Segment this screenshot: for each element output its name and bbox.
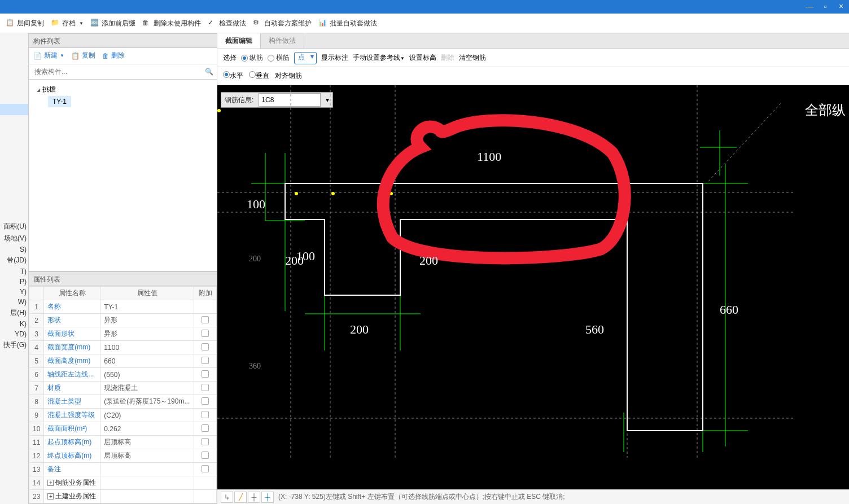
property-checkbox[interactable] bbox=[202, 316, 209, 323]
tb-layer-copy[interactable]: 📋层间复制 bbox=[6, 19, 44, 28]
archive-icon: 📁 bbox=[51, 19, 60, 28]
maximize-button[interactable]: ▫ bbox=[817, 0, 833, 14]
minimize-button[interactable]: ― bbox=[802, 0, 817, 14]
svg-point-23 bbox=[217, 109, 221, 112]
set-level-button[interactable]: 设置标高 bbox=[409, 53, 436, 63]
delete-component-button[interactable]: 🗑删除 bbox=[102, 51, 125, 60]
property-row[interactable]: 10截面面积(m²)0.262 bbox=[29, 422, 217, 436]
left-nav-strip: 面积(U)场地(V)S)带(JD)T)P)Y)W)层(H)K)YD)扶手(G) bbox=[0, 33, 28, 504]
clear-rebar-button[interactable]: 清空钢筋 bbox=[459, 53, 486, 63]
point-dropdown[interactable]: 点 bbox=[294, 52, 317, 64]
scheme-icon: ⚙ bbox=[253, 19, 262, 28]
vertical-radio[interactable]: 垂直 bbox=[249, 71, 269, 81]
select-label[interactable]: 选择 bbox=[223, 53, 237, 63]
dim-660: 660 bbox=[720, 303, 738, 317]
property-row[interactable]: 12终点顶标高(m)层顶标高 bbox=[29, 449, 217, 463]
property-panel-title: 属性列表 bbox=[28, 271, 217, 286]
copy-component-button[interactable]: 📋复制 bbox=[71, 51, 95, 60]
new-component-button[interactable]: 📄新建▼ bbox=[33, 51, 64, 60]
property-row[interactable]: 4截面宽度(mm)1100 bbox=[29, 341, 217, 354]
search-icon[interactable]: 🔍 bbox=[205, 68, 213, 76]
property-row[interactable]: 14+钢筋业务属性 bbox=[29, 476, 217, 490]
property-checkbox[interactable] bbox=[202, 397, 209, 405]
status-coords: (X: -738 Y: 525)左键或 Shift+ 左键布置（可选择线筋端点或… bbox=[278, 492, 565, 502]
close-button[interactable]: × bbox=[833, 0, 849, 14]
svg-point-25 bbox=[331, 192, 335, 195]
dim-200-small: 200 bbox=[249, 255, 261, 264]
copy-icon: 📋 bbox=[71, 52, 80, 60]
horz-rebar-radio[interactable]: 横筋 bbox=[268, 53, 290, 63]
property-row[interactable]: 1名称TY-1 bbox=[29, 300, 217, 314]
property-checkbox[interactable] bbox=[202, 424, 209, 432]
align-rebar-button[interactable]: 对齐钢筋 bbox=[275, 71, 302, 81]
property-checkbox[interactable] bbox=[202, 343, 209, 350]
tb-auto-scheme[interactable]: ⚙自动套方案维护 bbox=[253, 19, 312, 28]
property-row[interactable]: 6轴线距左边线...(550) bbox=[29, 368, 217, 382]
status-btn-3[interactable]: ┼ bbox=[248, 492, 260, 503]
property-checkbox[interactable] bbox=[202, 370, 209, 378]
main-toolbar: 📋层间复制 📁存档▼ 🔤添加前后缀 🗑删除未使用构件 ✓检查做法 ⚙自动套方案维… bbox=[0, 14, 849, 33]
dim-360-small: 360 bbox=[249, 362, 261, 371]
tb-batch-auto[interactable]: 📊批量自动套做法 bbox=[318, 19, 377, 28]
status-btn-1[interactable]: ↳ bbox=[221, 492, 233, 503]
vert-rebar-radio[interactable]: 纵筋 bbox=[241, 53, 263, 63]
property-checkbox[interactable] bbox=[202, 438, 209, 445]
property-checkbox[interactable] bbox=[202, 330, 209, 337]
drawing-canvas[interactable]: 钢筋信息: ▾ 全部纵 bbox=[217, 85, 849, 489]
property-row[interactable]: 9混凝土强度等级(C20) bbox=[29, 409, 217, 422]
property-checkbox[interactable] bbox=[202, 465, 209, 472]
property-checkbox[interactable] bbox=[202, 384, 209, 391]
property-row[interactable]: 8混凝土类型(泵送砼(坍落度175～190m... bbox=[29, 395, 217, 409]
prefix-icon: 🔤 bbox=[90, 19, 99, 28]
status-btn-2[interactable]: ╱ bbox=[234, 492, 247, 503]
title-bar: ― ▫ × bbox=[0, 0, 849, 14]
show-dim-button[interactable]: 显示标注 bbox=[321, 53, 348, 63]
tb-add-prefix[interactable]: 🔤添加前后缀 bbox=[90, 19, 135, 28]
property-row[interactable]: 7材质现浇混凝土 bbox=[29, 382, 217, 395]
copy-icon: 📋 bbox=[6, 19, 15, 28]
component-panel-title: 构件列表 bbox=[28, 33, 217, 48]
tb-archive[interactable]: 📁存档▼ bbox=[51, 19, 84, 28]
dim-1100: 1100 bbox=[477, 150, 501, 164]
corner-label: 全部纵 bbox=[805, 101, 846, 119]
dim-100-b: 100 bbox=[296, 249, 315, 264]
property-row[interactable]: 23+土建业务属性 bbox=[29, 490, 217, 503]
property-row[interactable]: 2形状异形 bbox=[29, 314, 217, 327]
status-btn-4[interactable]: ┼ bbox=[261, 492, 274, 503]
new-icon: 📄 bbox=[33, 52, 42, 60]
horizontal-radio[interactable]: 水平 bbox=[223, 71, 243, 81]
status-bar: ↳ ╱ ┼ ┼ (X: -738 Y: 525)左键或 Shift+ 左键布置（… bbox=[217, 489, 849, 504]
tab-component-method[interactable]: 构件做法 bbox=[261, 33, 304, 49]
property-checkbox[interactable] bbox=[202, 357, 209, 364]
property-row[interactable]: 11起点顶标高(m)层顶标高 bbox=[29, 436, 217, 449]
dim-200-c: 200 bbox=[350, 322, 369, 337]
property-checkbox[interactable] bbox=[202, 411, 209, 418]
dim-100-left: 100 bbox=[247, 197, 265, 212]
delete-icon: 🗑 bbox=[142, 19, 151, 28]
dim-200-b: 200 bbox=[419, 253, 438, 268]
property-row[interactable]: 3截面形状异形 bbox=[29, 327, 217, 341]
tb-delete-unused[interactable]: 🗑删除未使用构件 bbox=[142, 19, 201, 28]
component-search-input[interactable] bbox=[32, 65, 205, 78]
property-checkbox[interactable] bbox=[202, 452, 209, 459]
dim-560: 560 bbox=[585, 322, 604, 337]
tree-child-item[interactable]: TY-1 bbox=[48, 96, 71, 107]
svg-point-24 bbox=[295, 192, 298, 195]
tb-check[interactable]: ✓检查做法 bbox=[208, 19, 246, 28]
property-table: 属性名称 属性值 附加 1名称TY-12形状异形3截面形状异形4截面宽度(mm)… bbox=[28, 286, 217, 504]
tree-parent-item[interactable]: 挑檐 bbox=[32, 83, 213, 96]
property-row[interactable]: 13备注 bbox=[29, 463, 217, 476]
delete-button: 删除 bbox=[441, 53, 454, 63]
set-ref-button[interactable]: 手动设置参考线▼ bbox=[353, 53, 405, 63]
batch-icon: 📊 bbox=[318, 19, 327, 28]
tab-section-edit[interactable]: 截面编辑 bbox=[217, 33, 261, 49]
trash-icon: 🗑 bbox=[102, 52, 109, 60]
property-row[interactable]: 5截面高度(mm)660 bbox=[29, 354, 217, 368]
check-icon: ✓ bbox=[208, 19, 217, 28]
